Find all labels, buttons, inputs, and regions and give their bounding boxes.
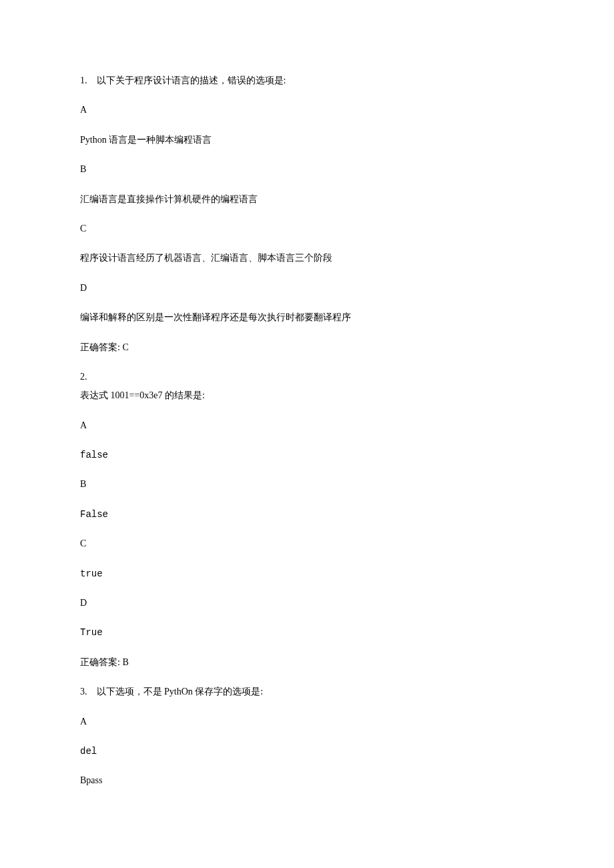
q3-option-a-label: A [80, 715, 534, 729]
q1-option-d-label: D [80, 281, 534, 296]
q1-option-c-label: C [80, 222, 534, 236]
q2-option-c-text: true [80, 566, 534, 581]
q3-option-a-text: del [80, 744, 534, 759]
q1-text: 以下关于程序设计语言的描述，错误的选项是: [97, 75, 286, 85]
q3-text: 以下选项，不是 PythOn 保存字的选项是: [97, 687, 264, 697]
q3-number: 3. [80, 685, 87, 699]
q1-option-d-text: 编译和解释的区别是一次性翻译程序还是每次执行时都要翻译程序 [80, 310, 534, 325]
q3-option-b: Bpass [80, 773, 534, 788]
q1-option-b-label: B [80, 162, 534, 177]
question-3-stem: 3. 以下选项，不是 PythOn 保存字的选项是: [80, 685, 534, 699]
document-page: 1. 以下关于程序设计语言的描述，错误的选项是: A Python 语言是一种脚… [0, 0, 614, 868]
q2-option-a-label: A [80, 418, 534, 433]
q2-number: 2. [80, 370, 534, 384]
q2-option-d-label: D [80, 596, 534, 610]
q2-option-c-label: C [80, 536, 534, 551]
q1-option-a-label: A [80, 103, 534, 117]
q2-option-b-label: B [80, 477, 534, 492]
q2-option-a-text: false [80, 448, 534, 462]
q1-number: 1. [80, 73, 87, 88]
question-1-stem: 1. 以下关于程序设计语言的描述，错误的选项是: [80, 73, 534, 88]
q2-answer: 正确答案: B [80, 655, 534, 670]
q1-option-a-text: Python 语言是一种脚本编程语言 [80, 133, 534, 147]
q1-answer: 正确答案: C [80, 340, 534, 355]
q2-stem: 表达式 1001==0x3e7 的结果是: [80, 388, 534, 403]
q2-option-b-text: False [80, 507, 534, 522]
q1-option-c-text: 程序设计语言经历了机器语言、汇编语言、脚本语言三个阶段 [80, 251, 534, 266]
q1-option-b-text: 汇编语言是直接操作计算机硬件的编程语言 [80, 192, 534, 207]
q2-option-d-text: True [80, 625, 534, 640]
